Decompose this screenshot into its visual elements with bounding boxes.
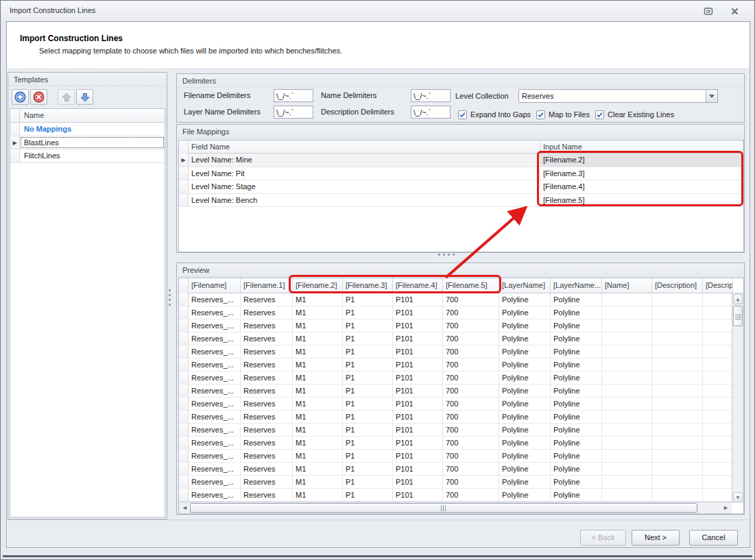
filename-delimiters-input[interactable] [274, 89, 313, 102]
field-name-cell[interactable]: Level Name: Pit [189, 167, 540, 180]
preview-cell: P1 [343, 489, 393, 501]
preview-column-header[interactable]: [LayerName... [551, 278, 602, 293]
move-down-button[interactable] [76, 89, 93, 105]
input-name-cell[interactable]: [Filename.4] [540, 180, 743, 193]
close-button[interactable] [728, 5, 741, 17]
map-to-files-checkbox[interactable]: Map to Files [536, 108, 590, 121]
restore-button[interactable] [702, 5, 715, 17]
preview-cell: Polyline [499, 358, 551, 371]
preview-column-header[interactable]: [Filename.3] [343, 278, 393, 293]
vertical-splitter[interactable] [169, 288, 171, 306]
input-name-cell[interactable]: [Filename.3] [540, 167, 743, 180]
template-row-flitchlines[interactable]: FlitchLines [10, 149, 165, 163]
preview-horizontal-scrollbar[interactable]: ◀ ▶ [179, 502, 732, 513]
x-circle-icon [33, 91, 45, 103]
row-indicator [179, 332, 189, 345]
file-mappings-caption: File Mappings [177, 125, 744, 138]
scroll-down-button[interactable]: ▼ [733, 492, 743, 502]
mapping-row[interactable]: Level Name: Bench[Filename.5] [179, 194, 743, 208]
delete-template-button[interactable] [30, 89, 47, 105]
input-name-column-header[interactable]: Input Name [540, 141, 743, 153]
mapping-row[interactable]: ▶Level Name: Mine[Filename.2] [179, 154, 743, 167]
preview-cell [652, 450, 703, 462]
input-name-cell[interactable]: [Filename.5] [540, 194, 743, 207]
cancel-button[interactable]: Cancel [689, 530, 738, 546]
delimiters-caption: Delimiters [177, 74, 744, 88]
vertical-scroll-thumb[interactable] [733, 306, 743, 326]
checkbox-check-icon [458, 110, 467, 119]
layer-name-delimiters-input[interactable] [274, 106, 313, 119]
preview-cell: P101 [393, 372, 443, 384]
preview-column-header[interactable]: [LayerName] [499, 278, 551, 293]
preview-cell: M1 [293, 424, 343, 436]
template-row-no-mappings[interactable]: No Mappings [10, 123, 165, 136]
templates-grid-header[interactable]: Name [10, 109, 165, 123]
preview-column-header[interactable]: [Name] [602, 278, 652, 293]
preview-column-header[interactable]: [Filename] [189, 278, 241, 293]
preview-cell: Polyline [499, 385, 551, 397]
horizontal-splitter[interactable] [438, 254, 456, 256]
description-delimiters-input[interactable] [411, 106, 451, 119]
preview-row: Reserves_...ReservesM1P1P101700PolylineP… [179, 306, 733, 319]
preview-cell: Reserves [241, 293, 293, 306]
preview-cell: Polyline [499, 345, 551, 358]
template-name: FlitchLines [20, 149, 165, 162]
templates-caption: Templates [8, 73, 167, 86]
row-indicator-header [179, 141, 189, 154]
preview-cell: Polyline [499, 437, 551, 449]
window-title: Import Construction Lines [10, 6, 95, 14]
scroll-left-button[interactable]: ◀ [180, 503, 190, 513]
horizontal-scroll-thumb[interactable] [190, 503, 697, 513]
row-indicator [179, 194, 189, 207]
preview-cell [602, 293, 652, 306]
expand-into-gaps-checkbox[interactable]: Expand Into Gaps [458, 108, 531, 121]
field-name-column-header[interactable]: Field Name [189, 141, 540, 153]
preview-cell [703, 489, 733, 501]
back-button[interactable]: < Back [580, 530, 626, 546]
preview-cell [703, 398, 733, 410]
field-name-cell[interactable]: Level Name: Stage [189, 180, 540, 193]
preview-row: Reserves_...ReservesM1P1P101700PolylineP… [179, 489, 733, 502]
template-name: BlastLines [20, 136, 165, 149]
preview-cell: P101 [393, 476, 443, 488]
preview-column-header[interactable]: [Description] [652, 278, 703, 293]
level-collection-dropdown-button[interactable] [706, 90, 717, 102]
level-collection-combo[interactable]: Reserves [518, 89, 718, 103]
input-name-cell[interactable]: [Filename.2] [540, 154, 743, 167]
preview-cell: Polyline [499, 424, 551, 436]
name-delimiters-input[interactable] [411, 89, 451, 102]
row-indicator [179, 293, 189, 306]
field-name-cell[interactable]: Level Name: Bench [189, 194, 540, 207]
preview-cell [602, 332, 652, 345]
add-template-button[interactable] [12, 89, 29, 105]
preview-column-header[interactable]: [Descriptio [703, 278, 733, 293]
preview-column-header[interactable]: [Filename.4] [393, 278, 443, 293]
preview-cell: Polyline [551, 293, 602, 306]
field-name-cell[interactable]: Level Name: Mine [189, 154, 540, 167]
preview-cell: M1 [293, 358, 343, 371]
preview-cell [703, 463, 733, 475]
preview-vertical-scrollbar[interactable]: ▲ ▼ [732, 293, 743, 503]
row-indicator [179, 476, 189, 488]
move-up-button[interactable] [58, 89, 75, 105]
preview-column-header[interactable]: [Filename.5] [443, 278, 499, 293]
name-column-header[interactable]: Name [20, 109, 165, 122]
clear-existing-lines-checkbox[interactable]: Clear Existing Lines [595, 108, 674, 121]
preview-column-header[interactable]: [Filename.1] [241, 278, 293, 293]
preview-caption: Preview [177, 263, 744, 277]
title-bar[interactable]: Import Construction Lines [1, 1, 754, 21]
mapping-row[interactable]: Level Name: Pit[Filename.3] [179, 167, 743, 181]
preview-column-header[interactable]: [Filename.2] [293, 278, 343, 293]
preview-row: Reserves_...ReservesM1P1P101700PolylineP… [179, 450, 733, 463]
mapping-row[interactable]: Level Name: Stage[Filename.4] [179, 180, 743, 194]
preview-cell: Polyline [551, 332, 602, 345]
preview-cell [652, 437, 703, 449]
preview-cell: 700 [443, 358, 499, 371]
row-indicator [179, 424, 189, 436]
next-button[interactable]: Next > [632, 530, 680, 546]
scroll-right-button[interactable]: ▶ [721, 503, 731, 513]
scroll-up-button[interactable]: ▲ [733, 294, 743, 304]
preview-cell: Polyline [551, 385, 602, 397]
template-row-blastlines[interactable]: ▶BlastLines [10, 136, 165, 150]
preview-row: Reserves_...ReservesM1P1P101700PolylineP… [179, 411, 733, 424]
